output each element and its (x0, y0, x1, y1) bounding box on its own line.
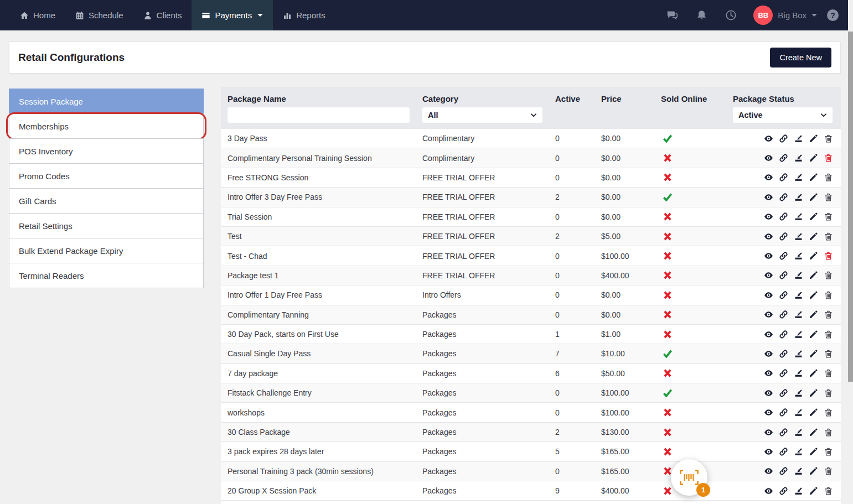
sidebar-item-gift-cards[interactable]: Gift Cards (9, 188, 204, 214)
help-icon[interactable]: ? (827, 9, 839, 21)
view-eye-icon[interactable] (764, 193, 773, 202)
export-icon[interactable] (794, 428, 803, 437)
export-icon[interactable] (794, 388, 803, 398)
link-icon[interactable] (779, 368, 788, 378)
edit-pencil-icon[interactable] (809, 388, 818, 398)
view-eye-icon[interactable] (764, 466, 773, 476)
link-icon[interactable] (779, 428, 788, 437)
export-icon[interactable] (794, 271, 803, 280)
export-icon[interactable] (794, 251, 803, 261)
export-icon[interactable] (794, 290, 803, 300)
delete-trash-icon[interactable] (824, 290, 833, 300)
edit-pencil-icon[interactable] (809, 193, 818, 202)
avatar[interactable]: BB (753, 6, 773, 25)
link-icon[interactable] (779, 251, 788, 261)
export-icon[interactable] (794, 349, 803, 358)
sidebar-item-retail-settings[interactable]: Retail Settings (9, 213, 204, 238)
export-icon[interactable] (794, 368, 803, 378)
edit-pencil-icon[interactable] (809, 271, 818, 280)
delete-trash-icon[interactable] (824, 232, 833, 241)
link-icon[interactable] (779, 486, 788, 496)
delete-trash-icon[interactable] (824, 349, 833, 358)
export-icon[interactable] (794, 466, 803, 476)
sidebar-item-session-package[interactable]: Session Package (9, 89, 204, 114)
view-eye-icon[interactable] (764, 251, 773, 261)
link-icon[interactable] (779, 388, 788, 398)
account-name[interactable]: Big Box (778, 11, 807, 20)
chat-icon[interactable] (666, 9, 678, 21)
view-eye-icon[interactable] (764, 173, 773, 182)
sidebar-item-bulk-extend-package-expiry[interactable]: Bulk Extend Package Expiry (9, 238, 204, 263)
link-icon[interactable] (779, 193, 788, 202)
delete-trash-icon[interactable] (824, 447, 833, 456)
delete-trash-icon[interactable] (824, 153, 833, 163)
view-eye-icon[interactable] (764, 428, 773, 437)
export-icon[interactable] (794, 310, 803, 319)
view-eye-icon[interactable] (764, 232, 773, 241)
edit-pencil-icon[interactable] (809, 428, 818, 437)
delete-trash-icon[interactable] (824, 388, 833, 398)
link-icon[interactable] (779, 290, 788, 300)
export-icon[interactable] (794, 486, 803, 496)
edit-pencil-icon[interactable] (809, 251, 818, 261)
delete-trash-icon[interactable] (824, 408, 833, 417)
delete-trash-icon[interactable] (824, 271, 833, 280)
view-eye-icon[interactable] (764, 153, 773, 163)
nav-payments[interactable]: Payments (192, 0, 273, 30)
export-icon[interactable] (794, 330, 803, 339)
view-eye-icon[interactable] (764, 349, 773, 358)
export-icon[interactable] (794, 212, 803, 221)
delete-trash-icon[interactable] (824, 486, 833, 496)
view-eye-icon[interactable] (764, 290, 773, 300)
nav-clients[interactable]: Clients (133, 0, 192, 30)
edit-pencil-icon[interactable] (809, 134, 818, 143)
export-icon[interactable] (794, 408, 803, 417)
link-icon[interactable] (779, 310, 788, 319)
link-icon[interactable] (779, 134, 788, 143)
link-icon[interactable] (779, 232, 788, 241)
view-eye-icon[interactable] (764, 271, 773, 280)
delete-trash-icon[interactable] (824, 368, 833, 378)
view-eye-icon[interactable] (764, 134, 773, 143)
delete-trash-icon[interactable] (824, 251, 833, 261)
category-filter-select[interactable]: All (422, 107, 542, 123)
link-icon[interactable] (779, 173, 788, 182)
edit-pencil-icon[interactable] (809, 173, 818, 182)
package-status-filter-select[interactable]: Active (733, 107, 833, 123)
delete-trash-icon[interactable] (824, 428, 833, 437)
create-new-button[interactable]: Create New (770, 48, 831, 67)
delete-trash-icon[interactable] (824, 330, 833, 339)
export-icon[interactable] (794, 153, 803, 163)
view-eye-icon[interactable] (764, 447, 773, 456)
sidebar-item-memberships[interactable]: Memberships (9, 113, 204, 139)
delete-trash-icon[interactable] (824, 212, 833, 221)
link-icon[interactable] (779, 466, 788, 476)
edit-pencil-icon[interactable] (809, 447, 818, 456)
edit-pencil-icon[interactable] (809, 368, 818, 378)
link-icon[interactable] (779, 212, 788, 221)
export-icon[interactable] (794, 447, 803, 456)
edit-pencil-icon[interactable] (809, 330, 818, 339)
view-eye-icon[interactable] (764, 486, 773, 496)
nav-schedule[interactable]: Schedule (65, 0, 133, 30)
view-eye-icon[interactable] (764, 330, 773, 339)
edit-pencil-icon[interactable] (809, 310, 818, 319)
nav-reports[interactable]: Reports (273, 0, 335, 30)
view-eye-icon[interactable] (764, 310, 773, 319)
link-icon[interactable] (779, 330, 788, 339)
edit-pencil-icon[interactable] (809, 212, 818, 221)
export-icon[interactable] (794, 232, 803, 241)
bell-icon[interactable] (696, 9, 707, 21)
delete-trash-icon[interactable] (824, 193, 833, 202)
edit-pencil-icon[interactable] (809, 153, 818, 163)
edit-pencil-icon[interactable] (809, 486, 818, 496)
sidebar-item-promo-codes[interactable]: Promo Codes (9, 163, 204, 189)
delete-trash-icon[interactable] (824, 466, 833, 476)
edit-pencil-icon[interactable] (809, 232, 818, 241)
link-icon[interactable] (779, 408, 788, 417)
package-name-filter-input[interactable] (228, 107, 410, 123)
link-icon[interactable] (779, 153, 788, 163)
export-icon[interactable] (794, 193, 803, 202)
edit-pencil-icon[interactable] (809, 349, 818, 358)
delete-trash-icon[interactable] (824, 310, 833, 319)
